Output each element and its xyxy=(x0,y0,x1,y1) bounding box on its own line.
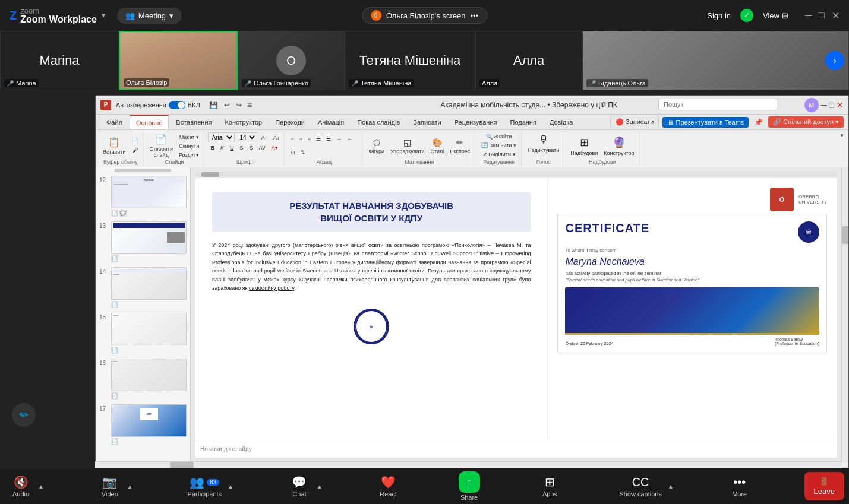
apps-button[interactable]: ⊞ Apps xyxy=(534,473,566,500)
tab-animation[interactable]: Анімація xyxy=(312,115,350,129)
reset-btn[interactable]: Скинути xyxy=(176,142,201,150)
align-left-btn[interactable]: ≡ xyxy=(288,135,296,143)
ppt-undo-btn[interactable]: ↩ xyxy=(222,100,232,110)
slide-thumb-13[interactable]: 13 Content slide... 📄 xyxy=(96,219,190,265)
text-dir-btn[interactable]: ⇅ xyxy=(298,148,308,157)
decrease-font-btn[interactable]: A↓ xyxy=(271,134,282,142)
participants-button[interactable]: 👥 83 Participants xyxy=(183,473,226,500)
video-chevron-icon[interactable]: ▲ xyxy=(126,483,134,490)
participant-tile-alla[interactable]: Алла Алла xyxy=(475,31,582,90)
ribbon-pin-btn[interactable]: 📌 xyxy=(752,118,765,127)
audio-button[interactable]: 🔇 Audio xyxy=(5,473,37,500)
format-painter-btn[interactable]: 🖌 xyxy=(130,146,141,154)
tab-view[interactable]: Подання xyxy=(504,115,542,129)
participants-next-arrow[interactable]: › xyxy=(825,51,844,70)
participants-chevron-icon[interactable]: ▲ xyxy=(226,483,235,490)
select-btn[interactable]: ↗ Виділити ▾ xyxy=(479,150,519,159)
find-btn[interactable]: 🔍 Знайти xyxy=(479,132,519,141)
font-size-select[interactable]: 14 xyxy=(236,132,257,142)
section-btn[interactable]: Розділ ▾ xyxy=(176,151,201,159)
tab-transitions[interactable]: Переходи xyxy=(269,115,311,129)
tab-file[interactable]: Файл xyxy=(100,115,128,129)
captions-button[interactable]: CC Show captions xyxy=(614,473,667,500)
chat-chevron-icon[interactable]: ▲ xyxy=(315,483,324,490)
shapes-btn[interactable]: ⬠ Фігури xyxy=(366,137,387,156)
participant-tile-tetyana[interactable]: Тетяна Мішеніна 🎤 Тетяна Мішеніна xyxy=(345,31,475,90)
arrange-btn[interactable]: ◱ Упорядкувати xyxy=(388,137,427,156)
chat-button[interactable]: 💬 Chat xyxy=(283,473,315,500)
ribbon-expand-btn[interactable]: ▾ xyxy=(838,131,846,140)
horizontal-scrollbar[interactable] xyxy=(95,461,842,468)
leave-button[interactable]: 🚪 Leave xyxy=(804,472,844,500)
vertical-scrollbar[interactable] xyxy=(841,167,848,462)
slide-thumb-17[interactable]: 17 CERT 📄 xyxy=(96,402,190,448)
share-button[interactable]: ↑ Share xyxy=(453,469,485,503)
new-slide-btn[interactable]: 📄 Створитислайд xyxy=(147,132,176,159)
font-color-btn[interactable]: A▾ xyxy=(269,144,280,152)
participant-tile-bidanets[interactable]: 🎤 Біданець Ольга xyxy=(582,31,849,90)
sign-in-button[interactable]: Sign in xyxy=(707,11,731,20)
bullet-list-btn[interactable]: ☰ xyxy=(314,135,323,143)
bold-btn[interactable]: B xyxy=(208,144,217,152)
close-button[interactable]: ✕ xyxy=(832,10,839,21)
tab-review[interactable]: Рецензування xyxy=(449,115,503,129)
record-button[interactable]: 🔴 Записати xyxy=(610,116,659,128)
ppt-more-btn[interactable]: ≡ xyxy=(246,100,254,110)
text-shadow-btn[interactable]: S xyxy=(247,144,255,152)
tab-slideshow[interactable]: Показ слайдів xyxy=(351,115,406,129)
slide-thumb-16[interactable]: 16 Content... 📄 xyxy=(96,356,190,402)
slide-thumb-12[interactable]: 12 РЕЗУЛЬТАТ У 2024 році здобувачі... 📄 … xyxy=(96,173,190,219)
tab-home[interactable]: Основне xyxy=(130,115,169,129)
express-btn[interactable]: ✏ Експрес xyxy=(447,137,472,156)
meeting-button[interactable]: 👥 Meeting ▾ xyxy=(117,8,182,24)
more-button[interactable]: ••• More xyxy=(724,473,756,500)
audio-chevron-icon[interactable]: ▲ xyxy=(37,483,45,490)
view-button[interactable]: View ⊞ xyxy=(763,11,788,20)
autosave-toggle[interactable]: Автозбереження ВКЛ xyxy=(116,101,200,109)
share-button[interactable]: 🔗 Спільний доступ ▾ xyxy=(768,116,844,128)
layout-btn[interactable]: Макет ▾ xyxy=(176,133,201,141)
participant-tile-olga-goncharenko[interactable]: О 🎤 Ольга Гончаренко xyxy=(238,31,345,90)
slide-thumb-14[interactable]: 14 Text content... 📄 xyxy=(96,265,190,310)
present-teams-button[interactable]: 🖥 Презентувати в Teams xyxy=(662,117,749,128)
copy-btn[interactable]: 📄 xyxy=(130,137,141,145)
underline-btn[interactable]: U xyxy=(228,144,236,152)
tab-help[interactable]: Довідка xyxy=(544,115,579,129)
screen-share-more-icon[interactable]: ••• xyxy=(470,11,478,20)
number-list-btn[interactable]: ☰ xyxy=(324,135,333,143)
ppt-close-btn[interactable]: ✕ xyxy=(837,100,844,110)
addins-btn[interactable]: ⊞ Надбудови xyxy=(568,135,600,157)
columns-btn[interactable]: ⊟ xyxy=(288,148,298,157)
annotation-pencil-button[interactable]: ✏ xyxy=(12,403,36,427)
restore-button[interactable]: □ xyxy=(819,10,825,21)
italic-btn[interactable]: K xyxy=(218,144,226,152)
ppt-search-input[interactable] xyxy=(658,99,777,110)
ppt-minimize-btn[interactable]: ─ xyxy=(821,100,827,110)
slide-thumb-15[interactable]: 15 Table/text... 📄 xyxy=(96,310,190,356)
autosave-switch[interactable] xyxy=(169,101,185,109)
align-right-btn[interactable]: ≡ xyxy=(305,135,313,143)
outdent-btn[interactable]: ← xyxy=(345,135,355,143)
strikethrough-btn[interactable]: S xyxy=(237,144,245,152)
replace-btn[interactable]: 🔄 Замінити ▾ xyxy=(479,141,519,150)
char-spacing-btn[interactable]: AV xyxy=(257,144,268,152)
slide-panel[interactable]: 12 РЕЗУЛЬТАТ У 2024 році здобувачі... 📄 … xyxy=(96,167,191,462)
paste-btn[interactable]: 📋 Вставити xyxy=(100,135,128,156)
ppt-restore-btn[interactable]: □ xyxy=(829,100,834,110)
designer-btn[interactable]: 🔮 Конструктор xyxy=(601,135,636,157)
logo-chevron-icon[interactable]: ▾ xyxy=(102,11,105,20)
align-center-btn[interactable]: ≡ xyxy=(297,135,305,143)
tab-design[interactable]: Конструктор xyxy=(219,115,268,129)
font-family-select[interactable]: Arial xyxy=(208,132,235,142)
react-button[interactable]: ❤️ React xyxy=(373,473,405,500)
tab-record[interactable]: Записати xyxy=(407,115,447,129)
ppt-save-btn[interactable]: 💾 xyxy=(207,100,220,110)
video-button[interactable]: 📷 Video xyxy=(94,473,126,500)
styles-btn[interactable]: 🎨 Стилі xyxy=(428,137,446,156)
tab-insert[interactable]: Вставлення xyxy=(170,115,217,129)
dictate-btn[interactable]: 🎙 Надиктувати xyxy=(525,132,561,154)
indent-btn[interactable]: → xyxy=(334,135,344,143)
ppt-redo-btn[interactable]: ↪ xyxy=(234,100,244,110)
participant-tile-marina[interactable]: Marina 🎤 Marina xyxy=(0,31,119,90)
captions-chevron-icon[interactable]: ▲ xyxy=(667,483,675,490)
